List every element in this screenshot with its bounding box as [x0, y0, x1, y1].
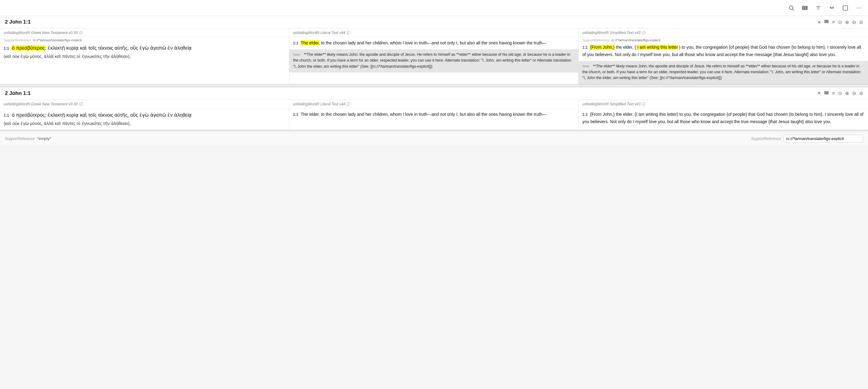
panel-2-col-3-verse-ref: 1:1 [582, 112, 588, 117]
panel-1-col-2-highlight: The elder, [301, 40, 320, 45]
bottom-bar-item-1: SupportReference *empty* [5, 136, 51, 141]
columns-button[interactable] [801, 4, 809, 12]
panel-2-col-2-content: 1:1 The elder, to the chosen lady and he… [289, 108, 578, 121]
panel-1-equal-button[interactable]: ≡ [832, 19, 835, 25]
svg-rect-13 [825, 20, 826, 23]
panel-1-col-1-greek-rest: ; ἐκλεκτῇ κυρίᾳ καὶ τοῖς τέκνοις αὐτῆς, … [45, 45, 192, 51]
panel-1-col-3: unfoldingWord® Simplified Text v43 ⓘ Sup… [579, 29, 868, 84]
panel-1-col-3-support-ref: SupportReference rc://*ta/man/translate/… [579, 37, 868, 43]
panel-1-header: 2 John 1:1 ✕ ≡ ⊙ ⊕ ⊖ ⊘ [0, 16, 868, 29]
panel-2-col-3: unfoldingWord® Simplified Text v43 ⓘ 1:1… [579, 100, 868, 130]
panel-1-col-2-literal-text: 1:1 The elder, to the chosen lady and he… [293, 39, 575, 47]
panel-1-col-2: unfoldingWord® Literal Text v44 ⓘ 1:1 Th… [289, 29, 579, 84]
panel-1-col-3-highlight1: {From John,} [590, 45, 615, 50]
panel-2-collapse-button[interactable]: ✕ [817, 90, 821, 96]
panel-1: 2 John 1:1 ✕ ≡ ⊙ ⊕ ⊖ ⊘ unfoldingWord® Gr… [0, 16, 868, 85]
panel-2-col-1-content: 1:1 ὁ πρεσβύτερος; ἐκλεκτῇ κυρίᾳ καὶ τοῖ… [0, 108, 289, 130]
panel-2-col-3-simplified-text: 1:1 {From John,} the elder. {I am writin… [582, 111, 864, 126]
panel-1-col-3-text2: the elder, { [616, 45, 636, 50]
panel-2-controls: ✕ ≡ ⊙ ⊕ ⊖ ⊘ [817, 90, 863, 96]
svg-rect-4 [806, 6, 807, 10]
filter-button[interactable] [814, 4, 823, 12]
panel-1-col-3-support-ref-value: rc://*ta/man/translate/figs-explicit [612, 38, 660, 42]
panel-2-col-2-literal-text: 1:1 The elder, to the chosen lady and he… [293, 111, 575, 118]
panel-1-col-3-content: SupportReference rc://*ta/man/translate/… [579, 37, 868, 61]
svg-rect-3 [804, 6, 805, 10]
bottom-bar-item-2: SupportReference [751, 135, 863, 142]
panel-2-down-button[interactable]: ⊘ [859, 90, 863, 96]
filter2-button[interactable] [828, 4, 836, 12]
svg-rect-16 [828, 20, 829, 23]
panel-1-col-1: unfoldingWord® Greek New Testament v0.30… [0, 29, 289, 84]
panel-1-controls: ✕ ≡ ⊙ ⊕ ⊖ ⊘ [817, 19, 863, 25]
more-button[interactable] [855, 4, 863, 12]
bottom-support-ref-input-2[interactable] [783, 135, 863, 142]
panel-1-col-1-greek-text: 1:1 ὁ πρεσβύτερος; ἐκλεκτῇ κυρίᾳ καὶ τοῖ… [4, 44, 285, 60]
panel-2-col-2-text: The elder, to the chosen lady and her ch… [301, 112, 547, 117]
panel-1-title: 2 John 1:1 [5, 19, 815, 25]
bottom-support-ref-label-1: SupportReference [5, 137, 35, 141]
panel-1-columns: unfoldingWord® Greek New Testament v0.30… [0, 29, 868, 84]
panel-1-col-3-highlight2: I am writing this letter [637, 45, 678, 50]
panel-1-collapse-button[interactable]: ✕ [817, 19, 821, 25]
svg-rect-17 [825, 91, 826, 94]
panel-1-col-2-note-text: **The elder** likely means John, the apo… [293, 53, 572, 69]
panel-1-col-3-note: Note **The elder** likely means John, th… [579, 61, 868, 84]
panel-2-equal-button[interactable]: ≡ [832, 91, 835, 96]
panel-1-down-button[interactable]: ⊘ [859, 19, 863, 25]
panel-1-add-button[interactable]: ⊕ [845, 19, 849, 25]
panel-2-col-1: unfoldingWord® Greek New Testament v0.30… [0, 100, 289, 130]
svg-rect-20 [828, 91, 829, 94]
panel-1-col-3-verse-ref: 1:1 [582, 45, 588, 50]
panel-1-col-2-header: unfoldingWord® Literal Text v44 ⓘ [289, 29, 578, 37]
search-button[interactable] [787, 4, 796, 12]
panel-1-col-3-note-label: Note [582, 64, 589, 68]
panel-1-columns-button[interactable] [824, 19, 829, 25]
panel-2-col-1-header: unfoldingWord® Greek New Testament v0.30… [0, 100, 289, 108]
panel-2-col-1-greek: ὁ πρεσβύτερος; ἐκλεκτῇ κυρίᾳ καὶ τοῖς τέ… [12, 112, 192, 118]
svg-line-1 [793, 9, 794, 10]
panel-2-col-3-header: unfoldingWord® Simplified Text v43 ⓘ [579, 100, 868, 108]
panel-2-col-3-text: {From John,} the elder. {I am writing th… [582, 112, 863, 124]
panel-2-header: 2 John 1:1 ✕ ≡ ⊙ ⊕ ⊖ ⊘ [0, 87, 868, 100]
panel-1-col-2-note-label: Note [293, 53, 300, 56]
svg-rect-11 [858, 8, 859, 8]
panel-1-col-1-verse-ref: 1:1 [4, 46, 9, 51]
panel-2-col-1-greek-text: 1:1 ὁ πρεσβύτερος; ἐκλεκτῇ κυρίᾳ καὶ τοῖ… [4, 111, 285, 127]
panel-1-up-button[interactable]: ⊙ [838, 19, 842, 25]
panel-1-col-3-header: unfoldingWord® Simplified Text v43 ⓘ [579, 29, 868, 37]
panel-2-columns: unfoldingWord® Greek New Testament v0.30… [0, 100, 868, 130]
panel-1-col-2-content: 1:1 The elder, to the chosen lady and he… [289, 37, 578, 49]
layout-button[interactable] [841, 4, 849, 12]
bottom-support-ref-value-1: *empty* [37, 136, 51, 141]
panel-2-minus-button[interactable]: ⊖ [852, 90, 856, 96]
panel-2-up-button[interactable]: ⊙ [838, 90, 842, 96]
panel-1-minus-button[interactable]: ⊖ [852, 19, 856, 25]
svg-rect-10 [857, 8, 858, 8]
panel-1-col-1-content: SupportReference rc://*ta/man/translate/… [0, 37, 289, 63]
panel-1-col-1-support-ref-label: SupportReference [4, 38, 31, 42]
bottom-support-ref-label-2: SupportReference [751, 137, 781, 141]
svg-rect-19 [827, 91, 828, 94]
panel-2-col-3-content: 1:1 {From John,} the elder. {I am writin… [579, 108, 868, 128]
panel-1-col-2-note: Note **The elder** likely means John, th… [289, 49, 578, 73]
svg-rect-9 [843, 5, 848, 10]
bottom-bar: SupportReference *empty* SupportReferenc… [0, 132, 868, 145]
svg-rect-12 [860, 8, 861, 8]
panel-2-add-button[interactable]: ⊕ [845, 90, 849, 96]
panel-1-col-1-support-ref: SupportReference rc://*ta/man/translate/… [0, 37, 289, 43]
panel-2-col-2: unfoldingWord® Literal Text v44 ⓘ 1:1 Th… [289, 100, 579, 130]
panel-2-col-2-header: unfoldingWord® Literal Text v44 ⓘ [289, 100, 578, 108]
svg-rect-15 [827, 20, 828, 23]
svg-point-0 [789, 6, 793, 9]
panel-2: 2 John 1:1 ✕ ≡ ⊙ ⊕ ⊖ ⊘ unfoldingWord® Gr… [0, 87, 868, 130]
svg-rect-2 [802, 6, 804, 10]
panel-1-col-1-greek-highlight: ὁ πρεσβύτερος [12, 45, 45, 51]
panel-2-columns-button[interactable] [824, 90, 829, 96]
panel-1-col-1-header: unfoldingWord® Greek New Testament v0.30… [0, 29, 289, 37]
svg-rect-14 [826, 20, 827, 23]
top-toolbar [0, 0, 868, 16]
panel-2-col-2-verse-ref: 1:1 [293, 112, 298, 117]
panel-2-col-1-verse-ref: 1:1 [4, 113, 9, 118]
panel-1-col-3-support-ref-label: SupportReference [582, 38, 610, 42]
